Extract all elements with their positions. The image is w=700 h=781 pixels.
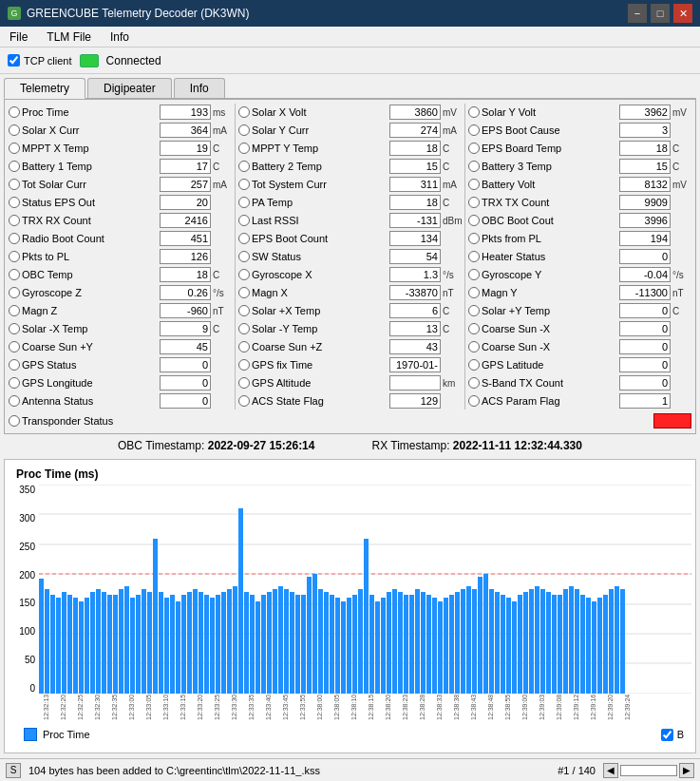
telem-radio-16[interactable]: [9, 395, 20, 407]
maximize-button[interactable]: □: [651, 4, 670, 23]
telem-label-15: S-Band TX Count: [482, 377, 617, 389]
svg-rect-45: [244, 592, 249, 694]
x-axis-label: 12:32:35: [111, 694, 128, 720]
svg-rect-70: [387, 592, 391, 694]
telem-radio-9[interactable]: [238, 269, 250, 280]
svg-rect-58: [318, 589, 323, 694]
scroll-right-button[interactable]: ▶: [679, 763, 694, 778]
telem-radio-5[interactable]: [9, 197, 20, 208]
svg-rect-78: [432, 598, 437, 694]
telem-radio-0[interactable]: [238, 106, 250, 118]
tcp-client-checkbox[interactable]: [8, 54, 20, 67]
telem-radio-3[interactable]: [238, 161, 250, 172]
telem-value-14: [389, 357, 441, 372]
telem-radio-2[interactable]: [238, 143, 250, 154]
tab-digipeater[interactable]: Digipeater: [87, 78, 172, 98]
telem-value-11: [160, 303, 211, 318]
telem-radio-14[interactable]: [468, 359, 480, 371]
telem-radio-14[interactable]: [238, 359, 250, 371]
telem-radio-12[interactable]: [468, 323, 480, 334]
telem-radio-10[interactable]: [9, 287, 20, 298]
rx-timestamp: RX Timestamp: 2022-11-11 12:32:44.330: [371, 439, 581, 452]
telem-radio-11[interactable]: [238, 305, 250, 316]
svg-rect-32: [170, 595, 175, 694]
telemetry-col-3: Solar Y VoltmVEPS Boot CauseEPS Board Te…: [468, 104, 691, 410]
telem-radio-15[interactable]: [468, 377, 480, 389]
telem-radio-3[interactable]: [9, 161, 20, 172]
telem-radio-12[interactable]: [238, 323, 250, 334]
telem-radio-12[interactable]: [9, 323, 20, 334]
telem-radio-11[interactable]: [468, 305, 480, 316]
telem-radio-8[interactable]: [468, 251, 480, 262]
chart-checkbox-b[interactable]: [661, 729, 673, 741]
menu-info[interactable]: Info: [101, 29, 139, 46]
telem-radio-16[interactable]: [238, 395, 250, 407]
telem-radio-4[interactable]: [9, 179, 20, 190]
telem-row: Solar Y CurrmA: [238, 122, 462, 139]
telem-radio-1[interactable]: [468, 124, 480, 136]
svg-rect-36: [193, 589, 198, 694]
telem-radio-10[interactable]: [468, 287, 480, 298]
telem-radio-7[interactable]: [468, 233, 480, 244]
telem-radio-3[interactable]: [468, 161, 480, 172]
telem-radio-9[interactable]: [9, 269, 20, 280]
telem-label-10: Gyroscope Z: [22, 287, 158, 298]
svg-rect-110: [615, 586, 619, 694]
telem-row: Status EPS Out: [9, 194, 232, 211]
telem-label-13: Coarse Sun +Y: [22, 341, 158, 352]
rx-timestamp-value: 2022-11-11 12:32:44.330: [453, 439, 582, 452]
tab-telemetry[interactable]: Telemetry: [4, 78, 85, 99]
telem-radio-16[interactable]: [468, 395, 480, 407]
menu-tlm-file[interactable]: TLM File: [37, 29, 101, 46]
svg-rect-46: [250, 595, 255, 694]
svg-rect-11: [50, 595, 55, 694]
telem-label-15: GPS Altitude: [252, 377, 388, 389]
telem-radio-8[interactable]: [9, 251, 20, 262]
telem-row: Solar +X TempC: [238, 302, 462, 319]
telem-value-6: [160, 213, 211, 228]
svg-rect-69: [381, 598, 386, 694]
telem-radio-1[interactable]: [238, 124, 250, 136]
telem-radio-15[interactable]: [9, 377, 20, 389]
telem-radio-8[interactable]: [238, 251, 250, 262]
svg-rect-39: [210, 598, 215, 694]
status-page: #1 / 140: [558, 765, 596, 776]
scroll-left-button[interactable]: ◀: [603, 763, 618, 778]
timestamps-row: OBC Timestamp: 2022-09-27 15:26:14 RX Ti…: [0, 434, 700, 455]
tab-info[interactable]: Info: [174, 78, 225, 98]
telem-radio-1[interactable]: [9, 124, 20, 136]
telem-radio-7[interactable]: [238, 233, 250, 244]
tcp-client-checkbox-container: TCP client: [8, 54, 72, 67]
transponder-radio[interactable]: [9, 415, 20, 427]
telem-radio-6[interactable]: [238, 215, 250, 226]
telem-radio-13[interactable]: [9, 341, 20, 352]
telem-radio-2[interactable]: [468, 143, 480, 154]
telem-radio-14[interactable]: [9, 359, 20, 371]
telem-radio-6[interactable]: [9, 215, 20, 226]
telem-radio-4[interactable]: [238, 179, 250, 190]
telem-radio-6[interactable]: [468, 215, 480, 226]
svg-rect-28: [147, 592, 152, 694]
telem-radio-9[interactable]: [468, 269, 480, 280]
telem-radio-13[interactable]: [238, 341, 250, 352]
telem-radio-5[interactable]: [238, 197, 250, 208]
telem-value-10: [389, 285, 441, 300]
telem-radio-0[interactable]: [9, 106, 20, 118]
telem-radio-13[interactable]: [468, 341, 480, 352]
telem-radio-4[interactable]: [468, 179, 480, 190]
svg-rect-95: [529, 589, 534, 694]
svg-rect-21: [107, 595, 112, 694]
minimize-button[interactable]: −: [628, 4, 647, 23]
scroll-track[interactable]: [620, 765, 677, 776]
telem-radio-5[interactable]: [468, 197, 480, 208]
telem-radio-2[interactable]: [9, 143, 20, 154]
telem-label-15: GPS Longitude: [22, 377, 158, 389]
svg-rect-52: [284, 589, 289, 694]
close-button[interactable]: ✕: [673, 4, 692, 23]
telem-radio-7[interactable]: [9, 233, 20, 244]
telem-radio-15[interactable]: [238, 377, 250, 389]
telem-radio-11[interactable]: [9, 305, 20, 316]
telem-radio-10[interactable]: [238, 287, 250, 298]
menu-file[interactable]: File: [0, 29, 37, 46]
telem-radio-0[interactable]: [468, 106, 480, 118]
